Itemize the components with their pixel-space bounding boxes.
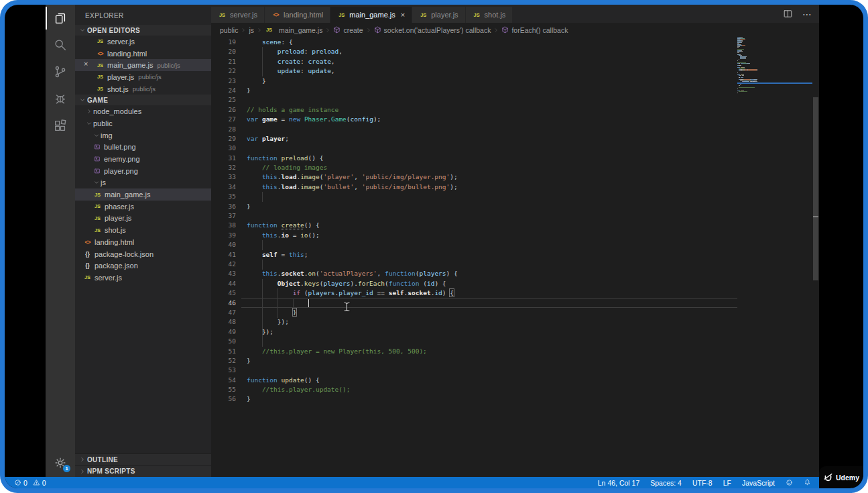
code-line-49[interactable]: 49 }); [211,327,819,337]
code-line-46[interactable]: 46 [211,298,819,308]
code-line-22[interactable]: 22 update: update, [211,66,819,76]
minimap[interactable] [737,37,812,95]
code-line-55[interactable]: 55 //this.player.update(); [211,385,819,394]
scrollbar[interactable] [812,37,819,477]
code-line-24[interactable]: 24} [211,86,819,95]
split-editor-icon[interactable] [783,9,793,19]
line-number: 50 [211,337,241,346]
breadcrumb-item[interactable]: forEach() callback [501,26,568,34]
code-line-56[interactable]: 56} [211,394,819,404]
tree-item-landing.html[interactable]: <>landing.html [75,236,211,248]
section-npm-scripts[interactable]: NPM SCRIPTS [75,465,211,478]
breadcrumb-label: forEach() callback [511,26,568,34]
open-editor-landing.html[interactable]: <>landing.html [75,48,211,60]
code-line-50[interactable]: 50 [211,337,819,346]
breadcrumb-item[interactable]: js [249,26,254,34]
code-line-20[interactable]: 20 preload: preload, [211,47,819,56]
code-line-51[interactable]: 51 //this.player = new Player(this, 500,… [211,347,819,356]
status-eol[interactable]: LF [723,479,731,487]
code-line-42[interactable]: 42 [211,260,819,269]
code-line-37[interactable]: 37 [211,211,819,221]
line-number: 53 [211,366,241,375]
open-editors-header[interactable]: OPEN EDITORS [75,25,211,36]
code-line-25[interactable]: 25 [211,95,819,105]
code-editor[interactable]: 19 scene: {20 preload: preload,21 create… [211,37,819,477]
open-editor-player.js[interactable]: JSplayer.jspublic/js [75,71,211,83]
code-line-19[interactable]: 19 scene: { [211,38,819,47]
code-line-27[interactable]: 27var game = new Phaser.Game(config); [211,115,819,124]
code-line-33[interactable]: 33 this.load.image('player', 'public/img… [211,172,819,182]
tree-item-package.json[interactable]: {}package.json [75,260,211,272]
notifications-bell-icon[interactable] [804,479,811,486]
breadcrumb-item[interactable]: public [220,26,238,34]
code-line-35[interactable]: 35 [211,192,819,201]
close-icon[interactable]: × [84,60,88,68]
tab-player.js[interactable]: JSplayer.js [412,7,465,23]
open-editor-server.js[interactable]: JSserver.js [75,36,211,48]
tree-item-enemy.png[interactable]: enemy.png [75,153,211,165]
code-line-31[interactable]: 31function preload() { [211,154,819,163]
tree-item-phaser.js[interactable]: JSphaser.js [75,201,211,213]
section-outline[interactable]: OUTLINE [75,453,211,465]
tab-shot.js[interactable]: JSshot.js [466,7,513,23]
tab-main_game.js[interactable]: JSmain_game.js× [330,7,412,23]
problems-indicator[interactable]: 00 [14,479,46,487]
tree-item-js[interactable]: js [75,177,211,189]
open-editor-main_game.js[interactable]: ×JSmain_game.jspublic/js [75,59,211,71]
tree-item-player.js[interactable]: JSplayer.js [75,213,211,225]
code-line-40[interactable]: 40 [211,240,819,250]
status-language-mode[interactable]: JavaScript [742,479,775,487]
activity-bar-item-debug[interactable] [46,85,75,112]
line-text: this.socket.on('actualPlayers', function… [241,269,458,278]
breadcrumb-item[interactable]: socket.on('actualPlayers') callback [374,26,491,34]
code-line-47[interactable]: 47 } [211,308,819,317]
tree-item-bullet.png[interactable]: bullet.png [75,142,211,154]
line-text: } [241,76,266,86]
activity-bar-item-explorer[interactable] [46,5,75,32]
breadcrumb-item[interactable]: create [333,26,363,34]
breadcrumb-item[interactable]: JSmain_game.js [265,26,322,34]
tab-server.js[interactable]: JSserver.js [211,7,265,23]
code-line-43[interactable]: 43 this.socket.on('actualPlayers', funct… [211,269,819,278]
close-icon[interactable]: × [401,11,405,19]
tree-item-shot.js[interactable]: JSshot.js [75,224,211,236]
code-line-52[interactable]: 52} [211,356,819,366]
tree-item-package-lock.json[interactable]: {}package-lock.json [75,248,211,260]
code-line-23[interactable]: 23 } [211,76,819,86]
tree-item-server.js[interactable]: JSserver.js [75,272,211,284]
scrollbar-thumb[interactable] [813,97,818,280]
code-line-53[interactable]: 53 [211,366,819,375]
project-header[interactable]: GAME [75,95,211,105]
code-line-38[interactable]: 38function create() { [211,221,819,230]
more-actions-icon[interactable]: ⋯ [802,11,812,17]
tree-item-main_game.js[interactable]: JSmain_game.js [75,188,211,201]
code-line-45[interactable]: 45 if (players.player_id == self.socket.… [211,288,819,298]
tree-item-public[interactable]: public [75,117,211,129]
activity-bar-item-extensions[interactable] [46,112,75,139]
code-line-36[interactable]: 36} [211,202,819,211]
tree-item-player.png[interactable]: player.png [75,165,211,177]
code-line-44[interactable]: 44 Object.keys(players).forEach(function… [211,279,819,288]
code-line-41[interactable]: 41 self = this; [211,250,819,260]
code-line-21[interactable]: 21 create: create, [211,57,819,66]
tab-landing.html[interactable]: <>landing.html [265,7,330,23]
tree-item-img[interactable]: img [75,129,211,142]
code-line-34[interactable]: 34 this.load.image('bullet', 'public/img… [211,182,819,192]
code-line-32[interactable]: 32 // loading images [211,163,819,172]
code-line-48[interactable]: 48 }); [211,317,819,327]
activity-bar-item-search[interactable] [46,32,75,58]
code-line-30[interactable]: 30 [211,144,819,153]
tree-item-node_modules[interactable]: node_modules [75,105,211,117]
settings-button[interactable]: 1 [53,455,68,470]
open-editor-shot.js[interactable]: JSshot.jspublic/js [75,83,211,95]
code-line-29[interactable]: 29var player; [211,134,819,144]
status-indentation[interactable]: Spaces: 4 [650,479,682,487]
status-encoding[interactable]: UTF-8 [692,479,712,487]
code-line-54[interactable]: 54function update() { [211,376,819,385]
code-line-28[interactable]: 28 [211,125,819,134]
activity-bar-item-source-control[interactable] [46,58,75,85]
feedback-smiley-icon[interactable] [786,479,793,486]
status-cursor-position[interactable]: Ln 46, Col 17 [598,479,639,487]
code-line-26[interactable]: 26// holds a game instance [211,105,819,115]
code-line-39[interactable]: 39 this.io = io(); [211,231,819,240]
